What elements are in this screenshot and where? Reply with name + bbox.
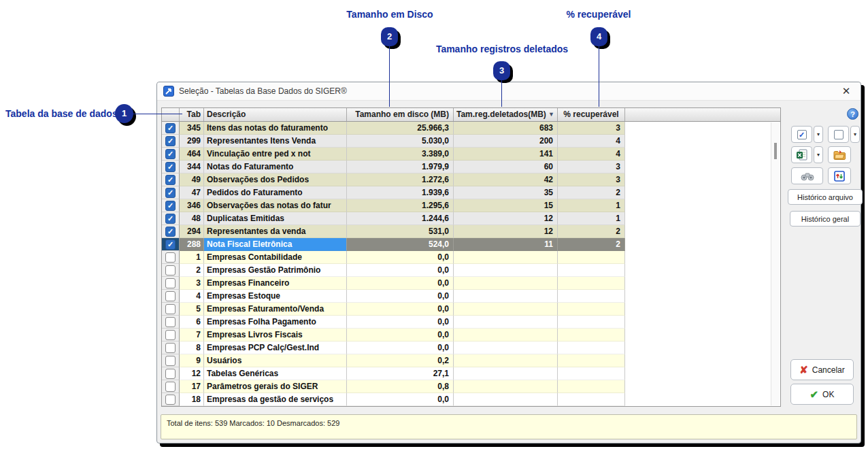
table-row[interactable]: 3Empresas Financeiro0,0 xyxy=(162,277,780,290)
table-row[interactable]: 4Empresas Estoque0,0 xyxy=(162,290,780,303)
cell-tab: 346 xyxy=(180,199,204,212)
cancel-button[interactable]: ✘ Cancelar xyxy=(790,359,854,380)
table-row[interactable]: 2Empresas Gestão Patrimônio0,0 xyxy=(162,264,780,277)
row-checkbox[interactable]: ✓ xyxy=(165,239,176,250)
table-row[interactable]: ✓47Pedidos do Faturamento1.939,6352 xyxy=(162,186,780,199)
historico-geral-button[interactable]: Histórico geral xyxy=(790,211,861,227)
cell-tab: 1 xyxy=(180,251,204,264)
row-checkbox-cell xyxy=(162,380,180,393)
table-row[interactable]: ✓294Representantes da venda531,0122 xyxy=(162,225,780,238)
export-excel-button[interactable] xyxy=(791,146,812,163)
cell-rec xyxy=(558,329,625,341)
row-checkbox[interactable]: ✓ xyxy=(165,188,176,198)
table-row[interactable]: 7Empresas Livros Fiscais0,0 xyxy=(162,329,780,341)
cell-rec xyxy=(558,277,625,290)
table-row[interactable]: 8Empresas PCP Calç/Gest.Ind0,0 xyxy=(162,341,780,354)
table-row[interactable]: ✓346Observações das notas do fatur1.295,… xyxy=(162,199,780,212)
table-row[interactable]: ✓464Vinculação entre ped x not3.389,0141… xyxy=(162,148,780,161)
annotation-label-registros-deletados: Tamanho registros deletados xyxy=(408,44,596,54)
row-checkbox[interactable]: ✓ xyxy=(165,227,176,237)
callout-line-2 xyxy=(389,46,390,107)
table-row[interactable]: 18Empresas da gestão de serviços0,0 xyxy=(162,393,780,406)
cell-size: 27,1 xyxy=(347,367,454,380)
ok-button[interactable]: ✔ OK xyxy=(790,384,854,405)
vertical-scrollbar[interactable] xyxy=(771,122,780,405)
row-checkbox[interactable]: ✓ xyxy=(165,162,176,172)
row-checkbox[interactable] xyxy=(165,278,176,288)
cell-del xyxy=(454,277,558,290)
table-row[interactable]: 1Empresas Contabilidade0,0 xyxy=(162,251,780,264)
row-checkbox[interactable] xyxy=(165,265,176,275)
header-tam-reg-deletados[interactable]: Tam.reg.deletados(MB) ▼ xyxy=(454,108,558,121)
table-row[interactable]: 12Tabelas Genéricas27,1 xyxy=(162,367,780,380)
row-checkbox[interactable] xyxy=(165,330,176,340)
header-tab[interactable]: Tab xyxy=(180,108,204,121)
cell-tab: 12 xyxy=(180,367,204,380)
row-checkbox[interactable]: ✓ xyxy=(165,201,176,211)
header-descricao[interactable]: Descrição xyxy=(204,108,347,121)
table-row[interactable]: ✓299Representantes Itens Venda5.030,0200… xyxy=(162,135,780,148)
table-row[interactable]: ✓288Nota Fiscal Eletrônica524,0112 xyxy=(162,238,780,251)
uncheck-all-dropdown[interactable]: ▾ xyxy=(850,126,860,143)
row-checkbox[interactable] xyxy=(165,317,176,327)
table-row[interactable]: ✓49Observações dos Pedidos1.272,6423 xyxy=(162,173,780,186)
check-all-dropdown[interactable]: ▾ xyxy=(814,126,823,143)
row-checkbox[interactable]: ✓ xyxy=(165,175,176,185)
table-row[interactable]: 5Empresas Faturamento/Venda0,0 xyxy=(162,303,780,316)
row-checkbox[interactable] xyxy=(165,369,176,379)
scrollbar-thumb[interactable] xyxy=(774,143,777,159)
cell-desc: Empresas Gestão Patrimônio xyxy=(204,264,347,277)
close-icon[interactable]: ✕ xyxy=(840,85,852,97)
header-recuperavel[interactable]: % recuperável xyxy=(558,108,625,121)
cell-del: 60 xyxy=(454,161,558,173)
cell-size: 0,0 xyxy=(347,341,454,354)
row-checkbox[interactable] xyxy=(165,252,176,263)
cell-desc: Representantes Itens Venda xyxy=(204,135,347,148)
row-checkbox[interactable]: ✓ xyxy=(165,149,176,159)
cell-tab: 48 xyxy=(180,212,204,225)
table-row[interactable]: ✓344Notas do Faturamento1.979,9603 xyxy=(162,161,780,173)
cell-desc: Observações das notas do fatur xyxy=(204,199,347,212)
table-body: ✓345Itens das notas do faturamento25.966… xyxy=(162,122,780,406)
row-checkbox-cell: ✓ xyxy=(162,173,180,186)
cell-size: 1.272,6 xyxy=(347,173,454,186)
cell-rec xyxy=(558,316,625,329)
export-excel-dropdown[interactable]: ▾ xyxy=(814,146,823,163)
cell-size: 0,0 xyxy=(347,329,454,341)
search-button[interactable] xyxy=(791,167,823,184)
header-tamanho-disco[interactable]: Tamanho em disco (MB) xyxy=(347,108,454,121)
uncheck-all-button[interactable] xyxy=(828,126,849,143)
row-checkbox[interactable]: ✓ xyxy=(165,214,176,224)
row-checkbox-cell xyxy=(162,290,180,303)
historico-arquivo-button[interactable]: Histórico arquivo xyxy=(788,189,863,205)
cell-rec: 1 xyxy=(558,212,625,225)
row-checkbox[interactable] xyxy=(165,382,176,392)
row-checkbox[interactable]: ✓ xyxy=(165,123,176,133)
sort-columns-button[interactable] xyxy=(828,167,851,184)
sort-descending-icon[interactable]: ▼ xyxy=(548,108,557,121)
cell-size: 0,8 xyxy=(347,380,454,393)
row-checkbox-cell: ✓ xyxy=(162,148,180,161)
cell-rec: 3 xyxy=(558,173,625,186)
table-row[interactable]: ✓345Itens das notas do faturamento25.966… xyxy=(162,122,780,135)
table-row[interactable]: 6Empresas Folha Pagamento0,0 xyxy=(162,316,780,329)
check-all-button[interactable]: ✓ xyxy=(791,126,812,143)
help-icon[interactable]: ? xyxy=(847,108,858,120)
row-checkbox-cell: ✓ xyxy=(162,238,180,251)
cell-size: 531,0 xyxy=(347,225,454,238)
cell-del xyxy=(454,380,558,393)
row-checkbox[interactable] xyxy=(165,395,176,405)
cell-desc: Empresas Financeiro xyxy=(204,277,347,290)
table-row[interactable]: 9Usuários0,2 xyxy=(162,354,780,367)
row-checkbox[interactable] xyxy=(165,304,176,314)
row-checkbox[interactable]: ✓ xyxy=(165,136,176,146)
open-folder-button[interactable] xyxy=(828,146,851,163)
ok-label: OK xyxy=(822,390,834,399)
row-checkbox-cell xyxy=(162,367,180,380)
row-checkbox[interactable] xyxy=(165,343,176,353)
table-row[interactable]: 17Parâmetros gerais do SIGER0,8 xyxy=(162,380,780,393)
table-row[interactable]: ✓48Duplicatas Emitidas1.244,6121 xyxy=(162,212,780,225)
row-checkbox-cell xyxy=(162,316,180,329)
row-checkbox[interactable] xyxy=(165,356,176,366)
row-checkbox[interactable] xyxy=(165,291,176,301)
